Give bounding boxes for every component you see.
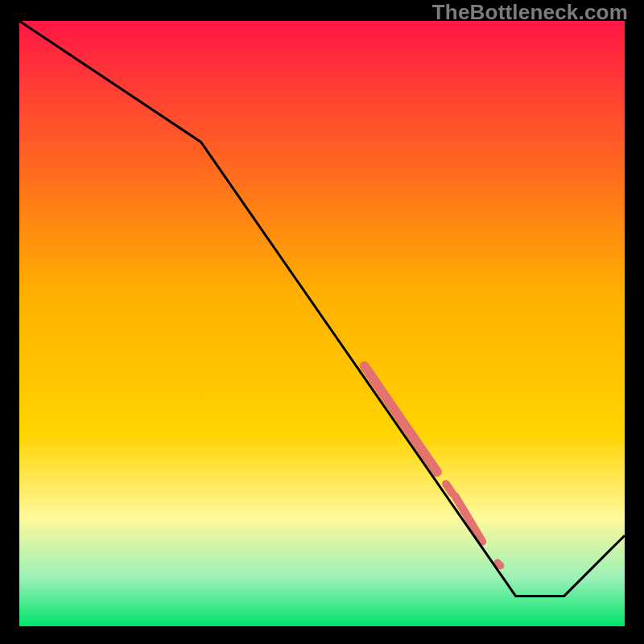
plot-background	[19, 21, 625, 626]
watermark-label: TheBottleneck.com	[432, 0, 628, 25]
highlight-segment	[497, 563, 501, 566]
chart-svg	[0, 0, 644, 644]
chart-root: TheBottleneck.com	[0, 0, 644, 644]
highlight-segment	[446, 484, 452, 493]
